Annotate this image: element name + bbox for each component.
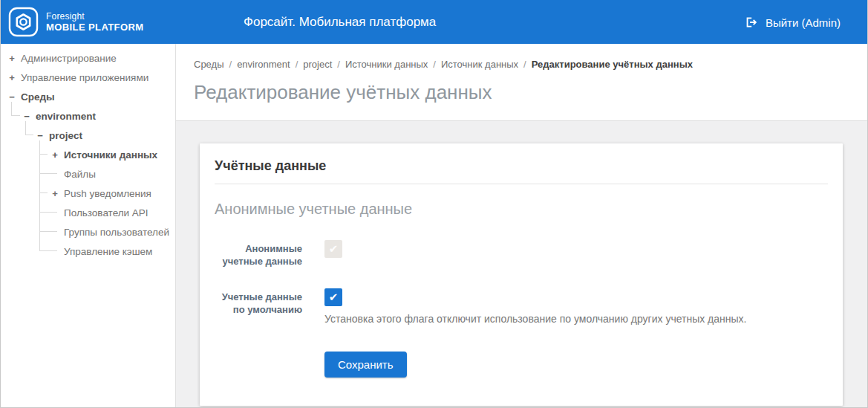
tree-label: Push уведомления — [64, 188, 151, 199]
sidebar-item-app-management[interactable]: + Управление приложениями — [1, 68, 175, 87]
breadcrumb-item[interactable]: Среды — [194, 59, 224, 70]
tree-connector — [39, 173, 57, 174]
card-title: Учётные данные — [215, 158, 828, 184]
tree-connector — [39, 184, 40, 203]
expand-icon[interactable]: + — [51, 149, 59, 161]
content-area: Учётные данные Анонимные учетные данные … — [176, 121, 867, 406]
breadcrumb-item[interactable]: project — [303, 59, 332, 70]
credentials-card: Учётные данные Анонимные учетные данные … — [200, 143, 843, 406]
form-row-default-credentials: Учетные данные по умолчанию ✔ Установка … — [215, 288, 828, 325]
top-bar: Foresight MOBILE PLATFORM Форсайт. Мобил… — [1, 0, 867, 44]
sidebar-tree: + Администрирование + Управление приложе… — [1, 44, 176, 407]
breadcrumb-separator: / — [433, 59, 436, 70]
field-hint: Установка этого флага отключит использов… — [324, 313, 746, 325]
field-label: Учетные данные по умолчанию — [215, 288, 302, 316]
logout-icon — [745, 16, 757, 28]
tree-label: Источники данных — [64, 149, 157, 161]
tree-label: Администрирование — [21, 53, 117, 64]
form-row-anonymous-credentials: Анонимные учетные данные ✔ — [215, 240, 828, 268]
logo-line1: Foresight — [46, 11, 143, 22]
tree-label: Управление приложениями — [21, 72, 149, 83]
page-title: Редактирование учётных данных — [194, 81, 867, 104]
save-button[interactable]: Сохранить — [324, 352, 407, 378]
tree-label: Пользователи API — [64, 207, 149, 218]
sidebar-item-environments[interactable]: − Среды — [1, 87, 175, 106]
expand-icon[interactable]: + — [51, 188, 59, 199]
tree-label: Группы пользователей — [64, 227, 169, 238]
breadcrumb: Среды / environment / project / Источник… — [194, 59, 867, 70]
app-logo[interactable]: Foresight MOBILE PLATFORM — [8, 7, 143, 37]
field-label: Анонимные учетные данные — [215, 240, 302, 268]
tree-connector — [39, 242, 57, 251]
anonymous-credentials-checkbox: ✔ — [324, 240, 342, 258]
logo-text: Foresight MOBILE PLATFORM — [46, 11, 143, 33]
main-area: Среды / environment / project / Источник… — [176, 44, 867, 407]
breadcrumb-item[interactable]: environment — [237, 59, 290, 70]
app-window: Foresight MOBILE PLATFORM Форсайт. Мобил… — [0, 0, 868, 408]
collapse-icon[interactable]: − — [8, 91, 16, 103]
collapse-icon[interactable]: − — [36, 130, 44, 141]
card-subtitle: Анонимные учетные данные — [215, 201, 828, 218]
sidebar-item-files[interactable]: Файлы — [1, 164, 175, 184]
sidebar-item-administration[interactable]: + Администрирование — [1, 48, 175, 68]
sidebar-item-push-notifications[interactable]: + Push уведомления — [1, 184, 175, 203]
tree-connector — [39, 192, 48, 193]
expand-icon[interactable]: + — [8, 72, 16, 83]
sidebar-item-api-users[interactable]: Пользователи API — [1, 203, 175, 222]
breadcrumb-item[interactable]: Источник данных — [441, 59, 518, 70]
breadcrumb-separator: / — [229, 59, 232, 70]
form-row-actions: Сохранить — [215, 352, 828, 378]
tree-label: project — [49, 130, 82, 141]
tree-connector — [39, 212, 57, 213]
tree-label: environment — [36, 111, 96, 122]
tree-label: Управление кэшем — [64, 246, 152, 257]
breadcrumb-separator: / — [523, 59, 526, 70]
tree-connector — [39, 154, 48, 155]
breadcrumb-separator: / — [296, 59, 298, 70]
breadcrumb-separator: / — [337, 59, 340, 70]
main-header: Среды / environment / project / Источник… — [176, 44, 867, 121]
tree-label: Среды — [21, 91, 55, 103]
default-credentials-checkbox[interactable]: ✔ — [324, 288, 342, 306]
foresight-logo-icon — [8, 7, 39, 37]
breadcrumb-item[interactable]: Источники данных — [345, 59, 428, 70]
tree-connector — [39, 231, 57, 232]
check-icon: ✔ — [329, 291, 339, 304]
breadcrumb-current: Редактирование учётных данных — [532, 59, 693, 70]
label-spacer — [215, 352, 302, 354]
logout-button[interactable]: Выйти (Admin) — [745, 16, 841, 28]
sidebar-item-project[interactable]: − project — [1, 126, 175, 145]
expand-icon[interactable]: + — [8, 53, 16, 64]
sidebar-item-environment[interactable]: − environment — [1, 106, 175, 126]
sidebar-item-cache-management[interactable]: Управление кэшем — [1, 242, 175, 261]
tree-connector — [39, 203, 40, 222]
tree-connector — [39, 222, 40, 242]
sidebar-item-user-groups[interactable]: Группы пользователей — [1, 222, 175, 242]
logo-line2: MOBILE PLATFORM — [46, 22, 143, 33]
tree-label: Файлы — [64, 169, 96, 180]
app-title: Форсайт. Мобильная платформа — [244, 15, 436, 30]
logout-label: Выйти (Admin) — [766, 16, 841, 28]
collapse-icon[interactable]: − — [23, 111, 30, 122]
sidebar-item-data-sources[interactable]: + Источники данных — [1, 145, 175, 164]
check-icon: ✔ — [329, 242, 339, 256]
tree-connector — [39, 164, 40, 184]
